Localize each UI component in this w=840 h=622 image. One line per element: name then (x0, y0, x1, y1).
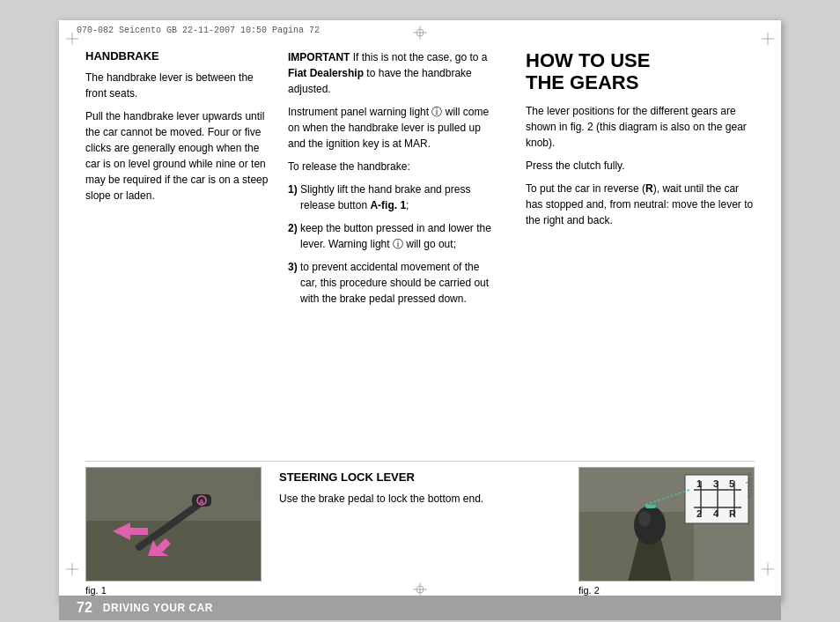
page-number: 72 (77, 600, 92, 616)
instrument-para: Instrument panel warning light ⓘ will co… (288, 104, 499, 152)
bottom-section: A P4Q0078 P4Q0078 fig. 1 (85, 461, 755, 596)
crop-mark-bottom-right (762, 563, 774, 575)
right-column: HOW TO USE THE GEARS The lever positions… (517, 41, 755, 457)
svg-text:2: 2 (696, 508, 702, 519)
step3-text: to prevent accidental movement of the ca… (298, 261, 489, 305)
svg-point-24 (638, 511, 651, 527)
fig1-image: A P4Q0078 P4Q0078 (85, 467, 262, 581)
fig2-svg: 1 3 5 2 4 R P4Q0079 (579, 468, 755, 581)
crop-mark-top-right (762, 33, 774, 45)
step1-end: ; (406, 199, 409, 211)
how-to-use-title: HOW TO USE THE GEARS (526, 49, 755, 94)
svg-point-23 (634, 506, 666, 544)
steering-lock-title: STEERING LOCK LEVER (279, 470, 561, 484)
steering-lock-text: Use the brake pedal to lock the bottom e… (279, 491, 561, 507)
reverse-intro: To put the car in reverse ( (526, 182, 645, 195)
step2-text: keep the button pressed in and lower the… (298, 222, 491, 250)
page-wrapper: 070-082 Seicento GB 22-11-2007 10:50 Pag… (0, 0, 840, 622)
svg-text:R: R (729, 508, 736, 519)
release-intro: To release the handbrake: (288, 159, 499, 174)
book-page: 070-082 Seicento GB 22-11-2007 10:50 Pag… (59, 20, 781, 602)
step1: 1) Slightly lift the hand brake and pres… (288, 181, 499, 213)
crop-mark-top-left (66, 33, 78, 45)
footer-bar: 72 DRIVING YOUR CAR (59, 596, 781, 620)
handbrake-para1: The handbrake lever is between the front… (85, 70, 270, 101)
handbrake-para2: Pull the handbrake lever upwards until t… (85, 108, 270, 204)
step3: 3) to prevent accidental movement of the… (288, 259, 499, 307)
crop-mark-bottom-left (66, 563, 78, 575)
gears-para1: The lever positions for the different ge… (526, 103, 755, 151)
fig2-block: 1 3 5 2 4 R P4Q0079 P4Q0079 (578, 467, 755, 596)
gears-para2: Press the clutch fully. (526, 158, 755, 174)
svg-text:A: A (199, 498, 204, 506)
fig1-svg: A P4Q0078 (86, 468, 262, 581)
content-area: HANDBRAKE The handbrake lever is between… (59, 41, 781, 596)
step3-num: 3) (288, 261, 298, 273)
steering-block: STEERING LOCK LEVER Use the brake pedal … (279, 467, 561, 596)
fig2-photo-id: P4Q0079 (747, 472, 753, 499)
step2: 2) keep the button pressed in and lower … (288, 220, 499, 252)
svg-text:P4Q0079: P4Q0079 (753, 481, 755, 504)
svg-text:5: 5 (729, 478, 734, 489)
print-info-text: 070-082 Seicento GB 22-11-2007 10:50 Pag… (77, 26, 320, 35)
svg-rect-25 (645, 505, 656, 508)
fig1-label: fig. 1 (85, 585, 107, 596)
gears-para3: To put the car in reverse (R), wait unti… (526, 181, 755, 228)
important-paragraph: IMPORTANT If this is not the case, go to… (288, 49, 499, 97)
left-column: HANDBRAKE The handbrake lever is between… (85, 41, 288, 457)
svg-text:3: 3 (713, 478, 718, 489)
title-line1: HOW TO USE (526, 49, 650, 71)
svg-rect-12 (86, 521, 262, 581)
step1-fig: A-fig. 1 (370, 199, 406, 211)
fig1-block: A P4Q0078 P4Q0078 fig. 1 (85, 467, 262, 596)
step1-num: 1) (288, 183, 298, 196)
print-header: 070-082 Seicento GB 22-11-2007 10:50 Pag… (59, 20, 781, 41)
svg-text:1: 1 (696, 478, 702, 489)
crop-mark-center-bottom (413, 582, 427, 596)
fig2-image: 1 3 5 2 4 R P4Q0079 P4Q0079 (578, 467, 755, 581)
fig1-photo-id: P4Q0078 (254, 472, 260, 499)
reverse-R: R (645, 182, 653, 195)
chapter-title: DRIVING YOUR CAR (103, 602, 213, 614)
crop-mark-center-top (413, 26, 427, 40)
fiat-dealership-text: Fiat Dealership (288, 67, 364, 79)
important-text: If this is not the case, go to a (350, 51, 487, 63)
fig2-label: fig. 2 (578, 585, 600, 596)
main-content: HANDBRAKE The handbrake lever is between… (85, 41, 755, 457)
handbrake-title: HANDBRAKE (85, 49, 270, 63)
svg-text:4: 4 (713, 508, 719, 519)
step2-num: 2) (288, 222, 298, 234)
title-line2: THE GEARS (526, 71, 638, 93)
middle-column: IMPORTANT If this is not the case, go to… (288, 41, 517, 457)
important-label: IMPORTANT (288, 51, 350, 63)
